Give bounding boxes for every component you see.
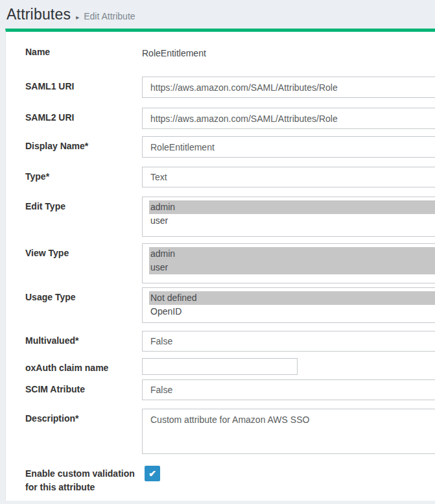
description-row: Description* Custom attribute for Amazon… xyxy=(25,409,435,454)
saml1-uri-input[interactable] xyxy=(142,77,435,98)
breadcrumb-arrow-icon: ▸ xyxy=(76,14,79,21)
breadcrumb-current: Edit Attribute xyxy=(84,11,135,21)
saml2-uri-input[interactable] xyxy=(142,108,435,129)
name-value: RoleEntitlement xyxy=(142,47,435,59)
oxauth-claim-label: oxAuth claim name xyxy=(25,358,142,374)
usage-type-listbox[interactable]: Not definedOpenID xyxy=(142,287,435,323)
option-user[interactable]: user xyxy=(149,261,435,274)
oxauth-claim-row: oxAuth claim name xyxy=(25,358,435,375)
description-label: Description* xyxy=(25,409,142,424)
scim-attribute-row: SCIM Atribute xyxy=(25,379,435,400)
edit-type-row: Edit Type adminuser xyxy=(25,197,435,237)
scim-attribute-select[interactable] xyxy=(142,379,435,400)
edit-attribute-panel: Name RoleEntitlement SAML1 URI SAML2 URI… xyxy=(5,29,435,501)
view-type-listbox[interactable]: adminuser xyxy=(142,243,435,283)
option-not-defined[interactable]: Not defined xyxy=(149,291,435,305)
description-textarea[interactable]: Custom attribute for Amazon AWS SSO xyxy=(142,409,435,454)
option-user[interactable]: user xyxy=(149,214,435,228)
saml2-uri-row: SAML2 URI xyxy=(25,108,435,129)
multivalued-select[interactable] xyxy=(142,331,435,352)
saml2-uri-label: SAML2 URI xyxy=(25,108,142,123)
multivalued-label: Multivalued* xyxy=(25,331,142,346)
type-row: Type* xyxy=(25,167,435,187)
usage-type-row: Usage Type Not definedOpenID xyxy=(25,287,435,323)
checkmark-icon: ✔ xyxy=(148,468,156,479)
option-admin[interactable]: admin xyxy=(149,200,435,214)
page-title: Attributes xyxy=(6,6,71,23)
display-name-row: Display Name* xyxy=(25,136,435,158)
edit-type-listbox[interactable]: adminuser xyxy=(142,197,435,237)
custom-validation-row: Enable custom validation for this attrib… xyxy=(25,466,435,494)
view-type-row: View Type adminuser xyxy=(25,243,435,283)
option-admin[interactable]: admin xyxy=(149,247,435,261)
type-select[interactable] xyxy=(142,167,435,187)
scim-attribute-label: SCIM Atribute xyxy=(25,379,142,395)
name-row: Name RoleEntitlement xyxy=(25,47,435,60)
usage-type-label: Usage Type xyxy=(25,287,142,303)
saml1-uri-row: SAML1 URI xyxy=(25,77,435,98)
page-header: Attributes ▸ Edit Attribute xyxy=(0,0,435,29)
edit-type-label: Edit Type xyxy=(25,197,142,212)
custom-validation-label: Enable custom validation for this attrib… xyxy=(25,466,142,494)
name-label: Name xyxy=(25,47,142,58)
display-name-input[interactable] xyxy=(142,136,435,158)
type-label: Type* xyxy=(25,167,142,182)
view-type-label: View Type xyxy=(25,243,142,259)
custom-validation-checkbox[interactable]: ✔ xyxy=(145,466,160,481)
oxauth-claim-input[interactable] xyxy=(142,358,298,375)
option-openid[interactable]: OpenID xyxy=(149,305,435,318)
display-name-label: Display Name* xyxy=(25,136,142,152)
multivalued-row: Multivalued* xyxy=(25,331,435,352)
saml1-uri-label: SAML1 URI xyxy=(25,77,142,92)
